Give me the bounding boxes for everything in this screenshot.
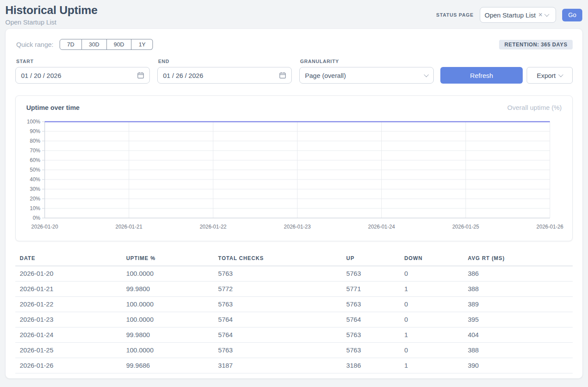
svg-text:0%: 0% (33, 215, 41, 221)
table-row: 2026-01-22100.0000576357630389 (15, 297, 573, 312)
start-date-value: 01 / 20 / 2026 (21, 72, 137, 79)
status-page-select[interactable]: Open Startup List × (480, 7, 556, 23)
table-cell: 5764 (342, 312, 400, 327)
end-date-value: 01 / 26 / 2026 (163, 72, 279, 79)
uptime-table-wrap: DATE UPTIME % TOTAL CHECKS UP DOWN AVG R… (15, 252, 573, 373)
table-cell: 3186 (342, 358, 400, 373)
table-row: 2026-01-2199.9800577257711388 (15, 281, 573, 297)
chart-legend: Overall uptime (%) (507, 104, 562, 111)
export-button-label: Export (537, 72, 556, 79)
table-row: 2026-01-20100.0000576357630386 (15, 266, 573, 281)
calendar-icon[interactable] (137, 72, 144, 79)
end-date-input[interactable]: 01 / 26 / 2026 (157, 67, 292, 84)
quick-range-row: Quick range: 7D 30D 90D 1Y RETENTION: 36… (15, 39, 573, 50)
status-page-selected-value: Open Startup List (485, 11, 536, 19)
table-cell: 1 (400, 358, 464, 373)
status-page-cluster: STATUS PAGE Open Startup List × Go (436, 7, 582, 23)
table-cell: 5764 (214, 327, 342, 343)
svg-text:2026-01-26: 2026-01-26 (536, 224, 563, 230)
table-cell: 2026-01-21 (15, 281, 122, 297)
chart-header: Uptime over time Overall uptime (%) (23, 104, 565, 111)
filters-form-row: START 01 / 20 / 2026 END 01 / 26 / 2026 (15, 59, 573, 84)
column-header-uptime: UPTIME % (122, 252, 214, 266)
table-cell: 5763 (214, 266, 342, 281)
quick-range-7d-button[interactable]: 7D (60, 39, 82, 50)
quick-range-1y-button[interactable]: 1Y (131, 39, 153, 50)
column-header-total-checks: TOTAL CHECKS (214, 252, 342, 266)
chevron-down-icon (559, 72, 563, 77)
table-cell: 0 (400, 297, 464, 312)
chevron-down-icon (424, 72, 429, 77)
svg-text:50%: 50% (30, 167, 40, 173)
table-cell: 99.9800 (122, 327, 214, 343)
svg-text:2026-01-21: 2026-01-21 (115, 224, 142, 230)
title-block: Historical Uptime Open Startup List (5, 4, 97, 26)
export-button[interactable]: Export (527, 67, 573, 84)
retention-badge: RETENTION: 365 DAYS (499, 40, 573, 49)
chart-plot-area: 100%90%80%70%60%50%40%30%20%10%0%2026-01… (23, 117, 565, 234)
granularity-field: GRANULARITY Page (overall) (299, 59, 434, 84)
table-cell: 386 (464, 266, 573, 281)
table-cell: 404 (464, 327, 573, 343)
quick-range-90d-button[interactable]: 90D (107, 39, 132, 50)
table-cell: 390 (464, 358, 573, 373)
svg-text:10%: 10% (30, 205, 40, 211)
granularity-value: Page (overall) (305, 72, 425, 79)
svg-text:60%: 60% (30, 157, 40, 163)
clear-selection-icon[interactable]: × (538, 11, 542, 18)
table-cell: 388 (464, 343, 573, 358)
svg-text:2026-01-24: 2026-01-24 (368, 224, 395, 230)
table-cell: 2026-01-20 (15, 266, 122, 281)
refresh-button[interactable]: Refresh (440, 67, 523, 84)
table-cell: 100.0000 (122, 343, 214, 358)
table-cell: 5763 (342, 327, 400, 343)
table-cell: 389 (464, 297, 573, 312)
column-header-down: DOWN (400, 252, 464, 266)
column-header-date: DATE (15, 252, 122, 266)
calendar-icon[interactable] (279, 72, 286, 79)
table-cell: 0 (400, 266, 464, 281)
table-cell: 5763 (342, 266, 400, 281)
table-row: 2026-01-23100.0000576457640395 (15, 312, 573, 327)
svg-text:100%: 100% (27, 119, 40, 125)
chart-title: Uptime over time (26, 104, 80, 111)
table-cell: 388 (464, 281, 573, 297)
table-cell: 2026-01-24 (15, 327, 122, 343)
uptime-line-chart: 100%90%80%70%60%50%40%30%20%10%0%2026-01… (23, 117, 567, 232)
svg-text:2026-01-20: 2026-01-20 (31, 224, 58, 230)
svg-text:2026-01-25: 2026-01-25 (452, 224, 479, 230)
table-cell: 0 (400, 343, 464, 358)
go-button[interactable]: Go (562, 9, 582, 21)
svg-text:30%: 30% (30, 186, 40, 192)
uptime-chart-card: Uptime over time Overall uptime (%) 100%… (15, 95, 573, 241)
granularity-label: GRANULARITY (300, 59, 434, 64)
end-date-field: END 01 / 26 / 2026 (157, 59, 292, 84)
svg-text:2026-01-22: 2026-01-22 (200, 224, 227, 230)
table-cell: 100.0000 (122, 297, 214, 312)
table-cell: 5764 (214, 312, 342, 327)
table-cell: 0 (400, 312, 464, 327)
table-row: 2026-01-2499.9800576457631404 (15, 327, 573, 343)
table-cell: 3187 (214, 358, 342, 373)
svg-text:40%: 40% (30, 176, 40, 183)
page-subtitle: Open Startup List (5, 18, 97, 26)
table-cell: 1 (400, 327, 464, 343)
svg-text:80%: 80% (30, 138, 40, 144)
start-date-field: START 01 / 20 / 2026 (15, 59, 150, 84)
table-cell: 5763 (214, 297, 342, 312)
table-cell: 1 (400, 281, 464, 297)
table-cell: 2026-01-23 (15, 312, 122, 327)
table-cell: 2026-01-22 (15, 297, 122, 312)
table-cell: 395 (464, 312, 573, 327)
table-cell: 99.9800 (122, 281, 214, 297)
table-header-row: DATE UPTIME % TOTAL CHECKS UP DOWN AVG R… (15, 252, 573, 266)
table-cell: 99.9686 (122, 358, 214, 373)
quick-range-group: 7D 30D 90D 1Y (60, 39, 153, 50)
table-row: 2026-01-2699.9686318731861390 (15, 358, 573, 373)
quick-range-30d-button[interactable]: 30D (82, 39, 107, 50)
main-panel: Quick range: 7D 30D 90D 1Y RETENTION: 36… (5, 28, 583, 379)
start-date-input[interactable]: 01 / 20 / 2026 (15, 67, 150, 84)
svg-text:20%: 20% (30, 196, 40, 202)
table-cell: 5763 (342, 297, 400, 312)
granularity-select[interactable]: Page (overall) (299, 67, 434, 84)
